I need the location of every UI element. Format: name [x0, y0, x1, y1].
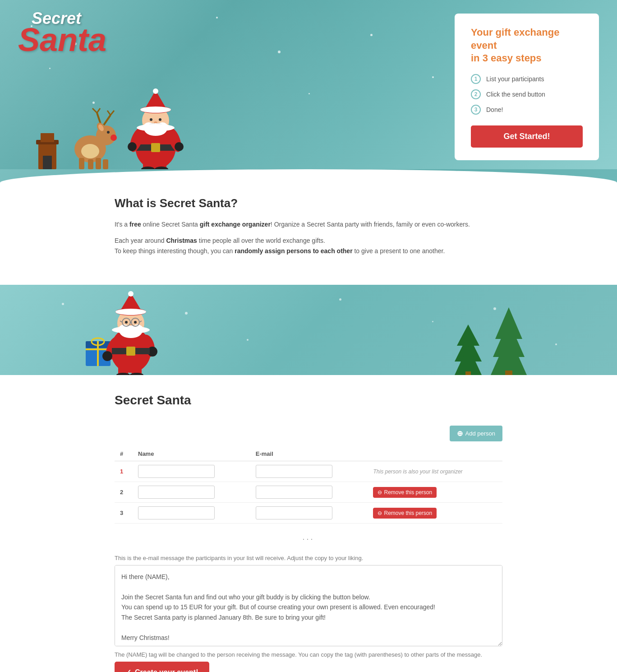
remove-person-button-3[interactable]: ⊖ Remove this person: [373, 508, 437, 519]
svg-rect-65: [126, 347, 135, 356]
svg-point-76: [134, 321, 137, 324]
svg-line-12: [107, 111, 111, 115]
get-started-button[interactable]: Get Started!: [471, 125, 583, 148]
svg-line-10: [97, 108, 100, 113]
step-text-1: List your participants: [486, 75, 544, 83]
svg-point-33: [150, 118, 152, 121]
add-person-button[interactable]: ⊕ Add person: [450, 426, 503, 441]
form-section: Secret Santa ⊕ Add person # Name E-mail: [115, 393, 502, 672]
row-email-3: [250, 503, 368, 524]
participants-table: # Name E-mail 1 This pers: [115, 447, 502, 524]
hero-illustration: [36, 88, 192, 169]
row-name-3: [133, 503, 250, 524]
col-name: Name: [133, 447, 250, 461]
svg-rect-23: [151, 143, 160, 152]
add-icon: ⊕: [457, 429, 463, 438]
svg-point-18: [81, 144, 99, 158]
step-item-1: 1 List your participants: [471, 74, 583, 84]
name-input-2[interactable]: [138, 486, 215, 499]
row-action-3: ⊖ Remove this person: [368, 503, 502, 524]
logo-santa-text: Santa: [18, 23, 153, 56]
svg-point-6: [111, 134, 117, 141]
santa-icon: [120, 88, 192, 169]
svg-point-73: [115, 309, 146, 315]
santa-gift-icon: [81, 289, 162, 375]
svg-point-43: [128, 142, 137, 151]
snow-wave-transition: [0, 169, 617, 183]
svg-line-9: [92, 108, 97, 113]
row-num-2: 2: [115, 482, 133, 503]
svg-rect-2: [43, 156, 52, 169]
checkmark-icon: ✓: [125, 668, 131, 672]
svg-point-31: [140, 107, 171, 113]
organizer-note: This person is also your list organizer: [373, 468, 462, 475]
table-header: # Name E-mail: [115, 447, 502, 461]
svg-point-34: [159, 118, 161, 121]
minus-icon: ⊖: [378, 489, 382, 496]
row-action-2: ⊖ Remove this person: [368, 482, 502, 503]
table-row: 3 ⊖ Remove this person: [115, 503, 502, 524]
form-title-row: Secret Santa: [115, 393, 502, 417]
svg-line-13: [111, 111, 114, 115]
svg-point-7: [107, 131, 110, 134]
svg-rect-53: [465, 371, 471, 375]
step-text-2: Click the send button: [486, 91, 545, 98]
remove-person-button-2[interactable]: ⊖ Remove this person: [373, 487, 437, 498]
svg-rect-16: [96, 158, 101, 169]
form-content: Secret Santa ⊕ Add person # Name E-mail: [106, 375, 511, 672]
email-input-2[interactable]: [256, 486, 332, 499]
row-action-1: This person is also your list organizer: [368, 461, 502, 482]
table-row: 2 ⊖ Remove this person: [115, 482, 502, 503]
hero-logo: Secret Santa: [18, 9, 153, 56]
svg-rect-49: [505, 371, 512, 375]
email-input-1[interactable]: [256, 465, 332, 478]
svg-rect-14: [79, 158, 84, 169]
step-item-3: 3 Done!: [471, 105, 583, 115]
email-instruction-text: This is the e-mail message the participa…: [115, 555, 502, 561]
row-name-2: [133, 482, 250, 503]
tree-icon-1: [491, 303, 527, 375]
svg-point-44: [175, 142, 184, 151]
email-input-3[interactable]: [256, 506, 332, 519]
hero-section: Secret Santa: [0, 0, 617, 169]
description-para-1: It's a free online Secret Santa gift exc…: [115, 219, 502, 230]
row-email-1: [250, 461, 368, 482]
steps-card-title: Your gift exchange event in 3 easy steps: [471, 26, 583, 65]
row-name-1: [133, 461, 250, 482]
step-item-2: 2 Click the send button: [471, 89, 583, 99]
description-para-2: Each year around Christmas time people a…: [115, 236, 502, 257]
svg-rect-15: [88, 159, 93, 169]
steps-list: 1 List your participants 2 Click the sen…: [471, 74, 583, 115]
reindeer-icon: [63, 106, 117, 169]
email-note-text: The (NAME) tag will be changed to the pe…: [115, 651, 502, 658]
form-section-title: Secret Santa: [115, 393, 191, 408]
svg-line-11: [104, 115, 111, 125]
steps-card: Your gift exchange event in 3 easy steps…: [455, 14, 599, 160]
svg-point-81: [112, 326, 150, 334]
svg-rect-3: [41, 133, 54, 142]
main-content: What is Secret Santa? It's a free online…: [106, 183, 511, 276]
step-text-3: Done!: [486, 106, 503, 113]
mid-banner: [0, 285, 617, 375]
svg-point-61: [102, 351, 112, 361]
name-input-1[interactable]: [138, 465, 215, 478]
row-num-1: 1: [115, 461, 133, 482]
row-email-2: [250, 482, 368, 503]
table-row: 1 This person is also your list organize…: [115, 461, 502, 482]
email-textarea[interactable]: Hi there (NAME), Join the Secret Santa f…: [115, 565, 502, 646]
svg-point-32: [153, 88, 158, 94]
step-num-3: 3: [471, 105, 481, 115]
svg-point-45: [137, 124, 175, 131]
create-event-button[interactable]: ✓ Create your event!: [115, 662, 209, 672]
name-input-3[interactable]: [138, 506, 215, 519]
col-email: E-mail: [250, 447, 368, 461]
step-num-1: 1: [471, 74, 481, 84]
row-num-3: 3: [115, 503, 133, 524]
what-is-title: What is Secret Santa?: [115, 196, 502, 210]
step-num-2: 2: [471, 89, 481, 99]
svg-rect-17: [103, 159, 108, 169]
svg-point-74: [128, 291, 134, 297]
tree-icon-2: [455, 321, 482, 375]
col-hash: #: [115, 447, 133, 461]
chimney-icon: [36, 133, 59, 169]
